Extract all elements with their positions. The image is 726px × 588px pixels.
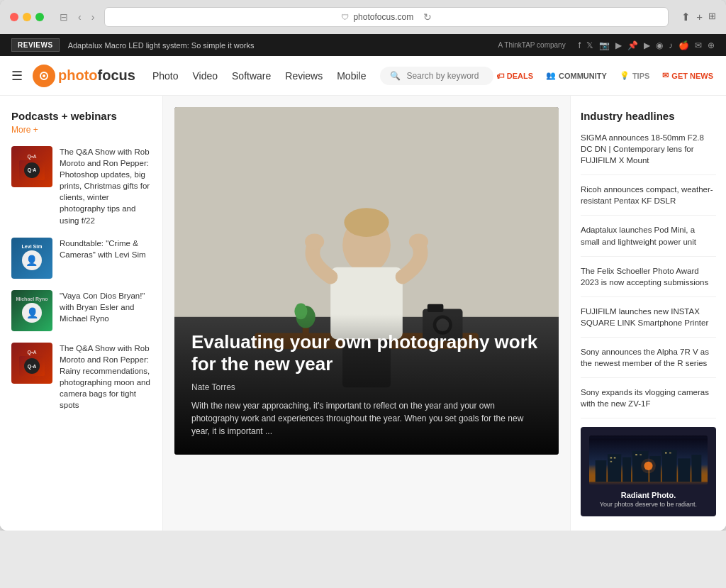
security-icon: 🛡 bbox=[341, 13, 349, 21]
svg-rect-30 bbox=[614, 457, 616, 459]
svg-point-7 bbox=[344, 208, 389, 237]
nav-mobile[interactable]: Mobile bbox=[337, 70, 366, 82]
music-icon[interactable]: ♪ bbox=[669, 40, 673, 50]
community-button[interactable]: 👥 COMMUNITY bbox=[544, 68, 608, 83]
new-tab-icon[interactable]: + bbox=[696, 11, 703, 23]
search-box[interactable]: 🔍 bbox=[380, 67, 493, 85]
facebook-icon[interactable]: f bbox=[579, 40, 581, 50]
search-input[interactable] bbox=[406, 71, 484, 81]
share-icon[interactable]: ⬆ bbox=[681, 11, 691, 23]
svg-rect-33 bbox=[640, 455, 642, 456]
getnews-button[interactable]: ✉ GET NEWS bbox=[661, 68, 715, 83]
sidebar-more-link[interactable]: More + bbox=[11, 125, 151, 135]
svg-point-2 bbox=[43, 74, 45, 77]
list-item[interactable]: Ricoh announces compact, weather-resista… bbox=[581, 184, 716, 216]
list-item[interactable]: Q•A Q·A The Q&A Show with Rob Moroto and… bbox=[11, 146, 151, 226]
podcast-text-1: The Q&A Show with Rob Moroto and Ron Pep… bbox=[60, 146, 151, 226]
svg-rect-13 bbox=[428, 304, 444, 312]
tips-label: TIPS bbox=[632, 72, 649, 80]
svg-rect-27 bbox=[678, 459, 690, 482]
svg-point-10 bbox=[409, 233, 428, 250]
podcast-thumbnail-4: Q•A Q·A bbox=[11, 343, 52, 384]
svg-rect-35 bbox=[669, 453, 671, 454]
advertisement-box[interactable]: Radiant Photo. Your photos deserve to be… bbox=[581, 427, 716, 516]
browser-titlebar: ⊟ ‹ › 🛡 photofocus.com ↻ ⬆ + ⊞ bbox=[0, 0, 726, 34]
right-sidebar: Industry headlines SIGMA announces 18-50… bbox=[570, 96, 726, 531]
hero-overlay: Evaluating your own photography work for… bbox=[174, 314, 559, 455]
ad-subtitle: Your photos deserve to be radiant. bbox=[589, 501, 708, 508]
logo-icon bbox=[33, 65, 55, 87]
svg-rect-31 bbox=[610, 461, 613, 462]
email-icon[interactable]: ✉ bbox=[695, 40, 702, 50]
instagram-icon[interactable]: 📷 bbox=[599, 40, 610, 50]
list-item[interactable]: Levi Sim 👤 Roundtable: "Crime & Cameras"… bbox=[11, 238, 151, 279]
list-item[interactable]: The Felix Schoeller Photo Award 2023 is … bbox=[581, 265, 716, 297]
tips-icon: 💡 bbox=[620, 71, 630, 80]
podcast-text-2: Roundtable: "Crime & Cameras" with Levi … bbox=[60, 238, 151, 279]
flickr-icon[interactable]: ◉ bbox=[656, 40, 663, 50]
top-bar: REVIEWS Adaptalux Macro LED light system… bbox=[0, 34, 726, 56]
list-item[interactable]: SIGMA announces 18-50mm F2.8 DC DN | Con… bbox=[581, 132, 716, 175]
address-bar[interactable]: 🛡 photofocus.com ↻ bbox=[104, 7, 669, 27]
deals-icon: 🏷 bbox=[496, 72, 504, 80]
tabs-icon[interactable]: ⊞ bbox=[708, 11, 716, 23]
reload-icon[interactable]: ↻ bbox=[423, 11, 432, 23]
forward-button[interactable]: › bbox=[89, 10, 98, 24]
website: REVIEWS Adaptalux Macro LED light system… bbox=[0, 34, 726, 531]
list-item[interactable]: Sony announces the Alpha 7R V as the new… bbox=[581, 346, 716, 378]
nav-software[interactable]: Software bbox=[232, 70, 271, 82]
top-bar-headline: Adaptalux Macro LED light system: So sim… bbox=[68, 41, 255, 50]
pinterest-icon[interactable]: 📌 bbox=[627, 40, 638, 50]
deals-button[interactable]: 🏷 DEALS bbox=[495, 69, 535, 83]
hamburger-menu-icon[interactable]: ☰ bbox=[11, 68, 23, 84]
svg-rect-26 bbox=[662, 450, 677, 482]
back-button[interactable]: ‹ bbox=[75, 10, 84, 24]
hero-card[interactable]: Evaluating your own photography work for… bbox=[174, 107, 559, 455]
nav-photo[interactable]: Photo bbox=[152, 70, 179, 82]
apple-icon[interactable]: 🍎 bbox=[678, 40, 689, 50]
ad-title: Radiant Photo. bbox=[589, 491, 708, 499]
list-item[interactable]: Adaptalux launches Pod Mini, a small and… bbox=[581, 224, 716, 256]
reviews-badge[interactable]: REVIEWS bbox=[11, 38, 60, 52]
nav-reviews[interactable]: Reviews bbox=[285, 70, 323, 82]
podcast-thumbnail-2: Levi Sim 👤 bbox=[11, 238, 52, 279]
tips-button[interactable]: 💡 TIPS bbox=[618, 68, 651, 83]
minimize-button[interactable] bbox=[23, 13, 31, 21]
maximize-button[interactable] bbox=[35, 13, 44, 21]
podcast-text-4: The Q&A Show with Rob Moroto and Ron Pep… bbox=[60, 343, 151, 411]
svg-point-9 bbox=[305, 233, 324, 250]
close-button[interactable] bbox=[10, 13, 18, 21]
industry-headlines-title: Industry headlines bbox=[581, 110, 716, 122]
nav-video[interactable]: Video bbox=[192, 70, 218, 82]
nav-links: Photo Video Software Reviews Mobile bbox=[152, 70, 367, 82]
rss-icon[interactable]: ⊕ bbox=[708, 40, 715, 50]
community-label: COMMUNITY bbox=[559, 72, 607, 80]
logo[interactable]: photofocus bbox=[33, 65, 135, 87]
youtube-icon[interactable]: ▶ bbox=[615, 40, 622, 50]
hero-author: Nate Torres bbox=[191, 382, 542, 392]
list-item[interactable]: Q•A Q·A The Q&A Show with Rob Moroto and… bbox=[11, 343, 151, 411]
list-item[interactable]: FUJIFILM launches new INSTAX SQUARE LINK… bbox=[581, 306, 716, 338]
svg-rect-29 bbox=[610, 457, 613, 459]
getnews-icon: ✉ bbox=[662, 71, 669, 80]
main-content: Podcasts + webinars More + Q•A Q·A The Q… bbox=[0, 96, 726, 531]
logo-text: photofocus bbox=[58, 67, 135, 84]
list-item[interactable]: Michael Ryno 👤 "Vaya Con Dios Bryan!" wi… bbox=[11, 290, 151, 331]
vimeo-icon[interactable]: ▶ bbox=[644, 40, 650, 50]
sidebar-toggle-icon[interactable]: ⊟ bbox=[57, 10, 71, 24]
hero-area: Evaluating your own photography work for… bbox=[163, 96, 570, 531]
twitter-icon[interactable]: 𝕏 bbox=[586, 40, 593, 50]
svg-rect-23 bbox=[622, 457, 631, 482]
main-nav: ☰ photofocus Photo Video Software Review bbox=[0, 56, 726, 96]
hero-title: Evaluating your own photography work for… bbox=[191, 331, 542, 375]
podcast-text-3: "Vaya Con Dios Bryan!" with Bryan Esler … bbox=[60, 290, 151, 331]
list-item[interactable]: Sony expands its vlogging cameras with t… bbox=[581, 387, 716, 418]
social-icons: f 𝕏 📷 ▶ 📌 ▶ ◉ ♪ 🍎 ✉ ⊕ bbox=[579, 40, 715, 50]
left-sidebar: Podcasts + webinars More + Q•A Q·A The Q… bbox=[0, 96, 163, 531]
browser-window: ⊟ ‹ › 🛡 photofocus.com ↻ ⬆ + ⊞ REVIEWS A… bbox=[0, 0, 726, 531]
community-icon: 👥 bbox=[546, 71, 556, 80]
url-text: photofocus.com bbox=[353, 12, 413, 22]
sidebar-title: Podcasts + webinars bbox=[11, 110, 151, 122]
search-icon: 🔍 bbox=[390, 71, 401, 81]
browser-dots bbox=[10, 13, 44, 21]
